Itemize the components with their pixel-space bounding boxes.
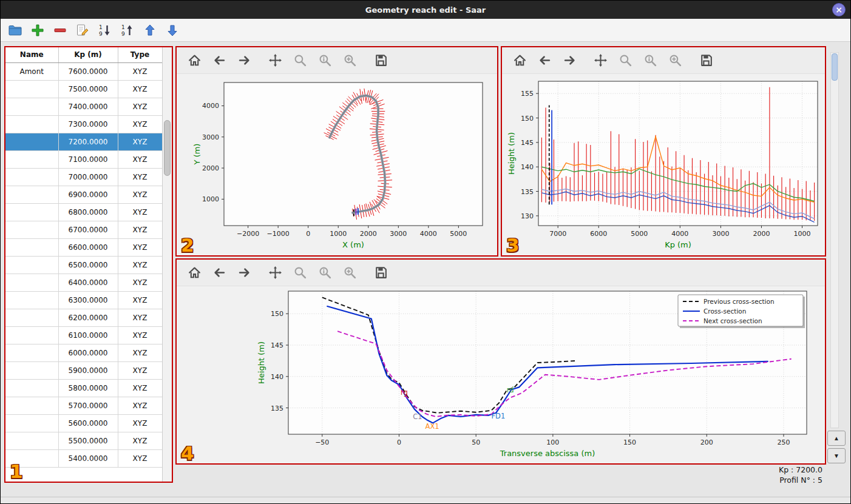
table-cell[interactable]: XYZ [118, 256, 162, 274]
table-cell[interactable] [5, 326, 58, 344]
back-button[interactable] [210, 264, 228, 282]
right-scrollbar-thumb[interactable] [832, 53, 838, 81]
table-row[interactable]: 5800.0000XYZ [5, 379, 162, 397]
table-cell[interactable]: 6200.0000 [58, 309, 118, 326]
table-cell[interactable]: XYZ [118, 98, 162, 115]
forward-button[interactable] [235, 52, 253, 70]
back-button[interactable] [535, 52, 554, 70]
table-cell[interactable] [5, 133, 58, 150]
table-row[interactable]: 6100.0000XYZ [5, 326, 162, 344]
zoom-button[interactable] [291, 264, 309, 282]
table-cell[interactable]: 6400.0000 [58, 274, 118, 291]
forward-button[interactable] [560, 52, 578, 70]
table-cell[interactable]: 6600.0000 [58, 238, 118, 256]
table-row[interactable]: 6400.0000XYZ [5, 274, 162, 291]
table-cell[interactable]: 7000.0000 [58, 168, 118, 186]
zoom-plus-button[interactable] [341, 264, 359, 282]
table-row[interactable]: 7500.0000XYZ [5, 80, 162, 98]
table-cell[interactable]: XYZ [118, 309, 162, 326]
table-cell[interactable]: Amont [5, 62, 58, 80]
table-cell[interactable] [5, 344, 58, 361]
table-cell[interactable]: XYZ [118, 115, 162, 133]
open-file-button[interactable] [7, 22, 24, 39]
sort-ascending-button[interactable]: 1 9 [119, 22, 136, 39]
table-row[interactable]: 7000.0000XYZ [5, 168, 162, 186]
close-button[interactable]: × [832, 3, 846, 16]
table-cell[interactable] [5, 80, 58, 98]
pan-button[interactable] [266, 264, 284, 282]
table-cell[interactable]: 7600.0000 [58, 62, 118, 80]
table-cell[interactable]: XYZ [118, 274, 162, 291]
table-cell[interactable]: XYZ [118, 449, 162, 467]
table-row[interactable]: 5500.0000XYZ [5, 432, 162, 449]
column-header-type[interactable]: Type [118, 47, 162, 62]
table-cell[interactable]: 7200.0000 [58, 133, 118, 150]
table-scrollbar[interactable] [162, 47, 172, 482]
table-cell[interactable]: 5800.0000 [58, 379, 118, 397]
table-row[interactable]: 5700.0000XYZ [5, 397, 162, 414]
table-cell[interactable]: 7500.0000 [58, 80, 118, 98]
table-row[interactable]: 6500.0000XYZ [5, 256, 162, 274]
table-row[interactable]: 5400.0000XYZ [5, 449, 162, 467]
table-cell[interactable]: 7400.0000 [58, 98, 118, 115]
table-row[interactable]: 5900.0000XYZ [5, 361, 162, 379]
save-button[interactable] [371, 264, 390, 282]
zoom-info-button[interactable] [316, 52, 334, 70]
table-cell[interactable]: 5400.0000 [58, 449, 118, 467]
table-cell[interactable]: XYZ [118, 62, 162, 80]
table-cell[interactable]: 6700.0000 [58, 221, 118, 238]
table-cell[interactable]: XYZ [118, 221, 162, 238]
table-cell[interactable]: XYZ [118, 291, 162, 309]
sort-descending-button[interactable]: 1 9 [97, 22, 114, 39]
column-header-kp[interactable]: Kp (m) [58, 47, 118, 62]
move-up-button[interactable] [141, 22, 158, 39]
table-row[interactable]: 6200.0000XYZ [5, 309, 162, 326]
table-cell[interactable] [5, 414, 58, 432]
zoom-plus-button[interactable] [666, 52, 684, 70]
table-cell[interactable] [5, 361, 58, 379]
profile-up-button[interactable]: ▲ [827, 431, 846, 446]
table-cell[interactable]: XYZ [118, 186, 162, 203]
zoom-info-button[interactable] [641, 52, 659, 70]
table-cell[interactable] [5, 203, 58, 221]
edit-cross-section-button[interactable] [74, 22, 91, 39]
cross-section-plot[interactable]: rgrdC1AX1FD1−500501001502002501351401451… [177, 286, 825, 462]
table-cell[interactable] [5, 168, 58, 186]
table-cell[interactable]: 7300.0000 [58, 115, 118, 133]
table-cell[interactable]: XYZ [118, 238, 162, 256]
table-cell[interactable] [5, 221, 58, 238]
table-cell[interactable] [5, 115, 58, 133]
table-cell[interactable] [5, 186, 58, 203]
table-cell[interactable] [5, 274, 58, 291]
table-row[interactable]: 6600.0000XYZ [5, 238, 162, 256]
save-button[interactable] [697, 52, 715, 70]
table-row[interactable]: 7400.0000XYZ [5, 98, 162, 115]
table-row[interactable]: Amont7600.0000XYZ [5, 62, 162, 80]
home-button[interactable] [510, 52, 529, 70]
add-cross-section-button[interactable] [29, 22, 46, 39]
table-cell[interactable]: XYZ [118, 344, 162, 361]
table-cell[interactable]: 5700.0000 [58, 397, 118, 414]
move-down-button[interactable] [164, 22, 181, 39]
table-cell[interactable]: 5500.0000 [58, 432, 118, 449]
zoom-info-button[interactable] [316, 264, 334, 282]
table-cell[interactable] [5, 98, 58, 115]
table-cell[interactable]: 5600.0000 [58, 414, 118, 432]
plan-view-plot[interactable]: −2000−1000010002000300040005000100020003… [177, 74, 497, 254]
table-row[interactable]: 6900.0000XYZ [5, 186, 162, 203]
table-cell[interactable]: XYZ [118, 80, 162, 98]
table-row[interactable]: 7300.0000XYZ [5, 115, 162, 133]
table-cell[interactable] [5, 150, 58, 168]
profile-down-button[interactable]: ▼ [827, 448, 846, 463]
column-header-name[interactable]: Name [5, 47, 58, 62]
table-cell[interactable]: XYZ [118, 397, 162, 414]
table-cell[interactable]: XYZ [118, 414, 162, 432]
pan-button[interactable] [591, 52, 609, 70]
table-row[interactable]: 6800.0000XYZ [5, 203, 162, 221]
table-cell[interactable]: XYZ [118, 150, 162, 168]
table-cell[interactable] [5, 238, 58, 256]
table-cell[interactable] [5, 256, 58, 274]
table-cell[interactable] [5, 291, 58, 309]
table-row[interactable]: 6700.0000XYZ [5, 221, 162, 238]
table-row[interactable]: 6300.0000XYZ [5, 291, 162, 309]
